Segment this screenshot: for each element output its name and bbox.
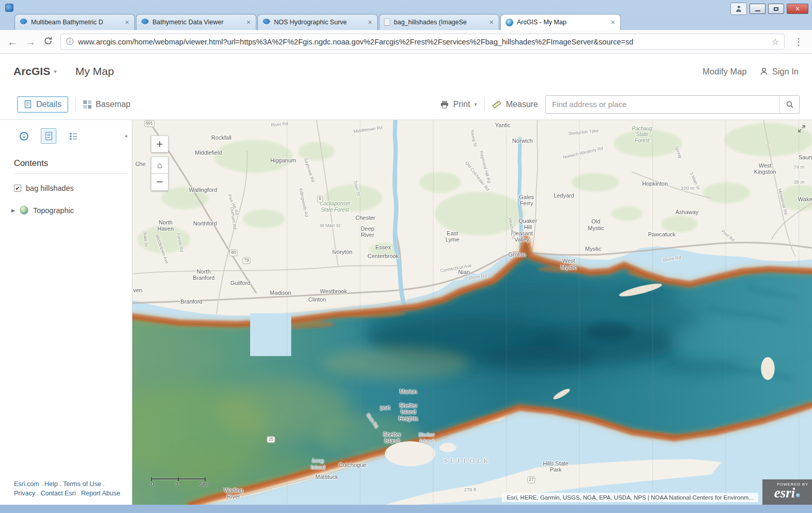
- measure-label: Measure: [506, 100, 538, 109]
- map-label: Norwich: [512, 138, 533, 144]
- collapse-sidebar-icon[interactable]: ◄: [124, 133, 128, 139]
- tab-strip: Multibeam Bathymetric D×Bathymetric Data…: [14, 14, 622, 30]
- footer-link[interactable]: Esri.com: [14, 480, 39, 488]
- basemap-button[interactable]: Basemap: [83, 100, 131, 109]
- browser-tab[interactable]: Multibeam Bathymetric D×: [14, 14, 135, 30]
- map-label: Vauxhall St: [507, 217, 516, 239]
- scale-bar: 0 3 6mi: [151, 478, 209, 487]
- zoom-out-button[interactable]: −: [151, 174, 168, 191]
- home-button[interactable]: ⌂: [151, 157, 168, 174]
- scale-line: [151, 478, 206, 479]
- content-pane-button[interactable]: [41, 128, 56, 144]
- about-button[interactable]: [16, 128, 32, 144]
- arcgis-header: ArcGIS ▾ My Map Modify Map Sign In: [0, 54, 812, 89]
- forward-button[interactable]: →: [25, 37, 36, 47]
- map-label: Shore Rd: [663, 255, 682, 263]
- map-label: Chester: [356, 215, 376, 221]
- print-button[interactable]: Print ▾: [440, 100, 477, 109]
- details-button[interactable]: Details: [17, 96, 68, 113]
- map-label: Nian: [458, 269, 470, 275]
- map-label: Forest Rd: [176, 232, 184, 252]
- search-box: [545, 95, 800, 114]
- browser-profile-button[interactable]: [730, 3, 747, 15]
- noaa-favicon-icon: [20, 19, 27, 26]
- bookmark-star-icon[interactable]: ☆: [772, 37, 779, 47]
- map-label: Westbrook: [320, 288, 347, 294]
- map-label: 278 ft: [464, 487, 477, 493]
- chevron-down-icon[interactable]: ▾: [54, 68, 57, 75]
- print-label: Print: [453, 100, 470, 109]
- url-text[interactable]: www.arcgis.com/home/webmap/viewer.html?u…: [78, 38, 767, 46]
- layer-label: bag hillshades: [26, 184, 74, 192]
- map-label: Young St: [469, 129, 478, 147]
- close-button[interactable]: ×: [787, 4, 808, 14]
- tab-close-icon[interactable]: ×: [367, 19, 373, 26]
- browser-tab[interactable]: NOS Hydrographic Surve×: [257, 14, 378, 30]
- titlebar[interactable]: Multibeam Bathymetric D×Bathymetric Data…: [0, 0, 812, 30]
- reload-button[interactable]: [43, 36, 53, 48]
- map-label: 27: [527, 477, 535, 484]
- maximize-button[interactable]: [768, 4, 784, 14]
- layer-item-bag-hillshades[interactable]: ✔ bag hillshades: [0, 184, 132, 192]
- map-label: Essex: [375, 244, 391, 250]
- expand-map-button[interactable]: [796, 124, 807, 134]
- layer-item-topographic[interactable]: ▶ Topographic: [0, 206, 132, 215]
- map-label: Centerbrook: [367, 253, 399, 259]
- page-info-icon[interactable]: ⓘ: [66, 37, 73, 47]
- map-label: Groton: [508, 251, 526, 257]
- arcgis-logo[interactable]: ArcGIS: [13, 65, 50, 78]
- esri-globe-icon: [796, 493, 800, 497]
- map-label: Quaker Hill: [518, 218, 537, 231]
- search-input[interactable]: [546, 96, 779, 113]
- footer-link[interactable]: Report Abuse: [81, 490, 120, 497]
- map-label: 100 m: [681, 186, 694, 191]
- browser-tab[interactable]: ArcGIS - My Map×: [500, 14, 621, 30]
- legend-button[interactable]: [66, 128, 81, 144]
- map-label: Connecticut Ave: [440, 263, 472, 274]
- map-label: Spring: [673, 145, 682, 159]
- modify-map-link[interactable]: Modify Map: [702, 67, 746, 77]
- map-label: Pea Hill Rd: [226, 193, 239, 216]
- zoom-in-button[interactable]: +: [151, 135, 168, 153]
- tab-close-icon[interactable]: ×: [610, 19, 616, 26]
- browser-menu-button[interactable]: ⋮: [792, 36, 805, 48]
- expand-caret-icon[interactable]: ▶: [11, 208, 15, 213]
- map-label: Long Island: [311, 457, 325, 470]
- footer-link[interactable]: Help: [44, 480, 58, 488]
- minimize-button[interactable]: [749, 4, 765, 14]
- layer-checkbox[interactable]: ✔: [14, 185, 21, 192]
- map-label: Cutchogue: [339, 461, 366, 467]
- sign-in-link[interactable]: Sign In: [759, 67, 799, 77]
- app-icon: [5, 4, 13, 12]
- tab-close-icon[interactable]: ×: [246, 19, 251, 26]
- footer-link[interactable]: Terms of Use: [63, 480, 101, 488]
- map-label: Saun: [799, 154, 812, 160]
- browser-tab[interactable]: bag_hillshades (ImageSe×: [379, 14, 499, 30]
- map-label: Che: [135, 161, 146, 167]
- map-label: Marion: [400, 388, 417, 394]
- map-label: Main Rd: [365, 413, 379, 429]
- map-label: River Rd: [271, 122, 288, 128]
- sidebar-tabs: [0, 128, 132, 144]
- scale-label: 0: [151, 481, 154, 487]
- footer-link[interactable]: Contact Esri: [40, 490, 75, 497]
- search-button[interactable]: [779, 96, 799, 113]
- back-button[interactable]: ←: [7, 37, 18, 47]
- tab-close-icon[interactable]: ×: [489, 19, 494, 26]
- map-view[interactable]: RockfallMiddlefieldHigganumCheWallingfor…: [132, 120, 812, 505]
- window-controls: ×: [730, 3, 808, 15]
- map-label: Northford: [193, 220, 217, 227]
- footer-link[interactable]: Privacy: [14, 490, 35, 497]
- map-label: Post Rd: [720, 229, 735, 243]
- map-label: 9: [317, 195, 323, 202]
- tab-close-icon[interactable]: ×: [125, 19, 130, 26]
- browser-tab[interactable]: Bathymetric Data Viewer×: [136, 14, 256, 30]
- measure-button[interactable]: Measure: [492, 100, 538, 109]
- map-label: Raymond Hill Rd: [479, 150, 492, 184]
- map-label: Town St: [353, 180, 361, 197]
- url-bar[interactable]: ⓘ www.arcgis.com/home/webmap/viewer.html…: [60, 34, 785, 50]
- map-label: Pleasant Valley: [511, 230, 533, 243]
- map-label: 39 m: [793, 179, 804, 185]
- details-label: Details: [36, 100, 62, 109]
- map-label: 80: [229, 249, 237, 256]
